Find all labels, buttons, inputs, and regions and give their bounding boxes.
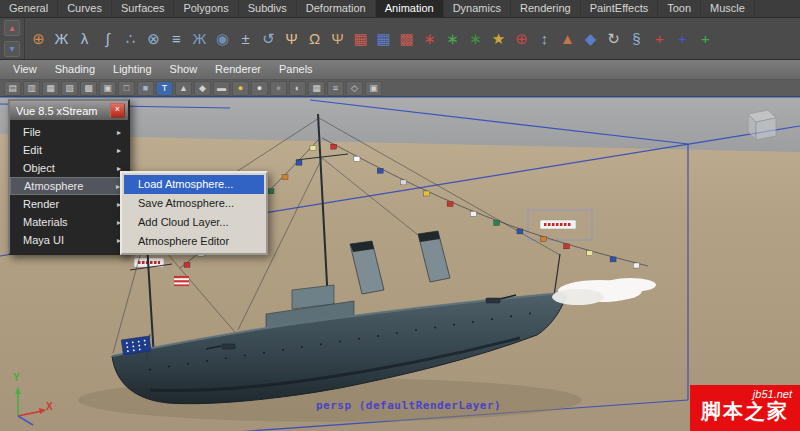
shelf-icon[interactable]: Ψ	[326, 22, 349, 56]
viewport-menu-item[interactable]: Shading	[46, 60, 104, 79]
shelf-icon[interactable]: Ж	[50, 22, 73, 56]
viewport-toolbar-icon[interactable]: T	[156, 81, 173, 96]
shelf-icon[interactable]: ▦	[372, 22, 395, 56]
menu-tab[interactable]: PaintEffects	[581, 0, 659, 17]
shelf-tab-column: ▴ ▾	[0, 18, 25, 59]
viewport-menu-item[interactable]: Panels	[270, 60, 322, 79]
close-icon[interactable]: ×	[110, 103, 125, 118]
submenu-arrow-icon	[117, 128, 121, 137]
shelf-icon[interactable]: ⊗	[142, 22, 165, 56]
shelf-icon[interactable]: ∗	[418, 22, 441, 56]
shelf-icon[interactable]: ↻	[602, 22, 625, 56]
viewport-toolbar-icon[interactable]: ▣	[99, 81, 116, 96]
viewport-toolbar-icon[interactable]: ▧	[61, 81, 78, 96]
viewport-menu-item[interactable]: View	[4, 60, 46, 79]
viewport-toolbar-icon[interactable]: ◆	[194, 81, 211, 96]
viewport-menu-item[interactable]: Lighting	[104, 60, 161, 79]
shelf-icon[interactable]: ◉	[211, 22, 234, 56]
submenu-item[interactable]: Atmosphere Editor	[124, 232, 264, 251]
menu-tab[interactable]: Subdivs	[239, 0, 297, 17]
viewport-toolbar-icon[interactable]: ▤	[4, 81, 21, 96]
shelf-icon[interactable]: λ	[73, 22, 96, 56]
watermark: jb51.net 脚本之家	[690, 385, 800, 431]
submenu-item[interactable]: Save Atmosphere...	[124, 194, 264, 213]
shelf-icon[interactable]: +	[671, 22, 694, 56]
shelf-icon[interactable]: ▲	[556, 22, 579, 56]
shelf-tab-icon[interactable]: ▾	[4, 41, 20, 57]
shelf-icon[interactable]: ◆	[579, 22, 602, 56]
viewport-menu-item[interactable]: Show	[161, 60, 207, 79]
menu-tab[interactable]: General	[0, 0, 58, 17]
menu-tab[interactable]: Toon	[658, 0, 701, 17]
viewport-toolbar-icon[interactable]: ●	[232, 81, 249, 96]
shelf: ▴ ▾ ⊕ Ж λ ∫ ∴ ⊗ ≡ Ж ◉	[0, 18, 800, 60]
shelf-icon[interactable]: ≡	[165, 22, 188, 56]
shelf-icon[interactable]: ∗	[464, 22, 487, 56]
vue-menu-item[interactable]: Object	[10, 159, 128, 177]
vue-menu: File Edit Object Atmosphere	[10, 120, 128, 253]
menu-tab[interactable]: Animation	[376, 0, 444, 17]
vue-menu-item[interactable]: Atmosphere	[10, 177, 128, 195]
viewport-toolbar-icon[interactable]: ●	[251, 81, 268, 96]
shelf-icon[interactable]: Ж	[188, 22, 211, 56]
viewport-toolbar-icon[interactable]: ▬	[213, 81, 230, 96]
menu-tab[interactable]: Dynamics	[444, 0, 511, 17]
shelf-icon[interactable]: ▦	[349, 22, 372, 56]
vue-menu-item[interactable]: File	[10, 123, 128, 141]
menu-tab[interactable]: Surfaces	[112, 0, 174, 17]
submenu-item[interactable]: Load Atmosphere...	[124, 175, 264, 194]
shelf-icon[interactable]: Ψ	[280, 22, 303, 56]
viewport-toolbar-icon[interactable]: ■	[137, 81, 154, 96]
view-cube-icon[interactable]	[748, 110, 776, 140]
vue-menu-item-label: File	[23, 126, 41, 138]
shelf-icon[interactable]: ⊕	[510, 22, 533, 56]
menu-tab[interactable]: Rendering	[511, 0, 581, 17]
submenu-arrow-icon	[117, 146, 121, 155]
vue-menu-item[interactable]: Edit	[10, 141, 128, 159]
vue-xstream-panel: Vue 8.5 xStream × File Edit Object	[8, 99, 130, 255]
axis-x-label: X	[46, 401, 53, 412]
vue-menu-item-label: Render	[23, 198, 59, 210]
shelf-icon[interactable]: +	[648, 22, 671, 56]
shelf-icon[interactable]: ⊕	[27, 22, 50, 56]
viewport-toolbar-icon[interactable]: ▩	[80, 81, 97, 96]
viewport-toolbar-icon[interactable]: □	[118, 81, 135, 96]
shelf-icon[interactable]: ★	[487, 22, 510, 56]
atmosphere-submenu: Load Atmosphere... Save Atmosphere... Ad…	[120, 171, 268, 255]
shelf-icon[interactable]: Ω	[303, 22, 326, 56]
shelf-icon[interactable]: ↺	[257, 22, 280, 56]
vue-menu-item-label: Object	[23, 162, 55, 174]
menu-tab[interactable]: Muscle	[701, 0, 755, 17]
viewport-toolbar-icon[interactable]: ▲	[175, 81, 192, 96]
shelf-icon[interactable]: ∫	[96, 22, 119, 56]
axis-y-label: Y	[13, 372, 20, 383]
shelf-icon[interactable]: ∗	[441, 22, 464, 56]
viewport-toolbar-icon[interactable]: ▦	[42, 81, 59, 96]
vue-menu-item-label: Atmosphere	[24, 180, 83, 192]
menu-tab[interactable]: Deformation	[297, 0, 376, 17]
viewport-toolbar-icon[interactable]: ▦	[308, 81, 325, 96]
maya-window: General Curves Surfaces Polygons Subdivs…	[0, 0, 800, 431]
viewport-toolbar-icon[interactable]: ▥	[23, 81, 40, 96]
menu-tab[interactable]: Polygons	[174, 0, 238, 17]
menu-tab[interactable]: Curves	[58, 0, 112, 17]
shelf-icon[interactable]: +	[694, 22, 717, 56]
shelf-tab-icon[interactable]: ▴	[4, 20, 20, 36]
shelf-icon[interactable]: ↕	[533, 22, 556, 56]
shelf-icon-row: ⊕ Ж λ ∫ ∴ ⊗ ≡ Ж ◉ ± ↺ Ψ	[25, 18, 719, 59]
viewport-toolbar-icon[interactable]: ▣	[365, 81, 382, 96]
vue-menu-item[interactable]: Materials	[10, 213, 128, 231]
vue-menu-item[interactable]: Render	[10, 195, 128, 213]
vue-panel-titlebar[interactable]: Vue 8.5 xStream ×	[10, 101, 128, 120]
shelf-icon[interactable]: ±	[234, 22, 257, 56]
shelf-icon[interactable]: §	[625, 22, 648, 56]
shelf-icon[interactable]: ∴	[119, 22, 142, 56]
viewport-toolbar-icon[interactable]: ≡	[327, 81, 344, 96]
vue-menu-item[interactable]: Maya UI	[10, 231, 128, 249]
viewport-menu-item[interactable]: Renderer	[206, 60, 270, 79]
viewport-toolbar-icon[interactable]: ◇	[346, 81, 363, 96]
shelf-icon[interactable]: ▩	[395, 22, 418, 56]
submenu-item[interactable]: Add Cloud Layer...	[124, 213, 264, 232]
viewport-toolbar-icon[interactable]: ●	[270, 81, 287, 96]
viewport-toolbar-icon[interactable]: ◐	[289, 81, 306, 96]
